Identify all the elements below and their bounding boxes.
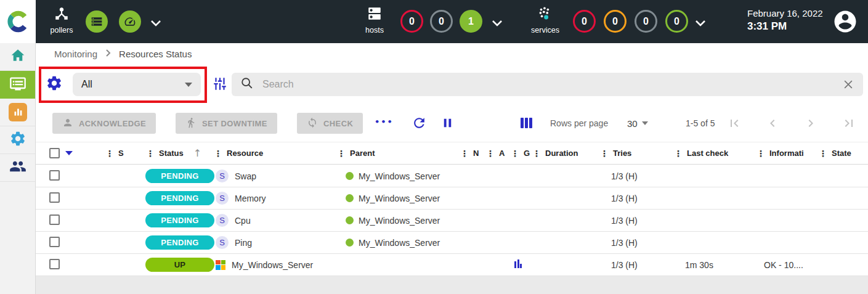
column-header-state[interactable]: ⋮State — [819, 149, 868, 158]
acknowledge-label: ACKNOWLEDGE — [79, 119, 146, 128]
column-header-parent[interactable]: ⋮Parent — [337, 149, 460, 158]
sidebar-item-reporting[interactable] — [0, 99, 35, 126]
services-chevron-down-icon[interactable] — [695, 18, 706, 29]
services-warning-counter[interactable]: 0 — [604, 10, 627, 33]
drag-handle-icon[interactable]: ⋮ — [105, 149, 114, 158]
sidebar — [0, 0, 36, 294]
next-page-icon[interactable] — [803, 116, 818, 131]
filter-dropdown-value: All — [81, 79, 92, 90]
resource-cell[interactable]: SCpu — [214, 214, 337, 227]
parent-cell[interactable]: My_Windows_Server — [337, 216, 460, 226]
resource-cell[interactable]: My_Windows_Server — [214, 260, 337, 270]
row-checkbox[interactable] — [49, 170, 60, 181]
services-critical-counter[interactable]: 0 — [573, 10, 596, 33]
more-actions-button[interactable]: ••• — [375, 117, 394, 126]
table-row[interactable]: PENDING SMemory My_Windows_Server 1/3 (H… — [36, 187, 868, 210]
parent-cell[interactable]: My_Windows_Server — [337, 194, 460, 203]
search-input[interactable] — [262, 79, 834, 90]
refresh-icon[interactable] — [412, 115, 427, 131]
edit-columns-icon[interactable] — [521, 118, 532, 128]
sort-ascending-icon[interactable]: ↑ — [193, 147, 201, 159]
previous-page-icon[interactable] — [765, 116, 780, 131]
resource-name: Memory — [235, 194, 266, 203]
services-ok-counter[interactable]: 0 — [665, 10, 688, 33]
column-header-severity[interactable]: ⋮S — [105, 149, 146, 158]
drag-handle-icon[interactable]: ⋮ — [600, 149, 609, 158]
parent-cell[interactable]: My_Windows_Server — [337, 171, 460, 181]
row-checkbox[interactable] — [49, 214, 60, 225]
sidebar-item-monitoring[interactable] — [0, 71, 35, 99]
hosts-chevron-down-icon[interactable] — [492, 18, 503, 29]
sidebar-item-configuration[interactable] — [0, 126, 35, 154]
select-all-checkbox[interactable] — [49, 148, 60, 158]
last-page-icon[interactable] — [842, 116, 856, 131]
column-header-information[interactable]: ⋮Informati — [756, 149, 819, 158]
centreon-logo[interactable] — [0, 0, 36, 43]
search-field — [232, 73, 863, 96]
breadcrumb-section[interactable]: Monitoring — [54, 49, 97, 59]
services-menu[interactable]: services — [526, 6, 564, 35]
drag-handle-icon[interactable]: ⋮ — [337, 149, 346, 158]
last-check-cell: 1m 30s — [674, 260, 756, 270]
column-header-duration[interactable]: ⋮Duration — [532, 149, 600, 158]
drag-handle-icon[interactable]: ⋮ — [532, 149, 541, 158]
check-button[interactable]: CHECK — [297, 113, 363, 134]
hosts-menu[interactable]: hosts — [357, 6, 392, 35]
drag-handle-icon[interactable]: ⋮ — [214, 149, 222, 158]
centreon-logo-icon — [7, 10, 29, 33]
rows-per-page-label: Rows per page — [550, 105, 608, 142]
filter-dropdown[interactable]: All — [73, 73, 201, 96]
column-header-notes[interactable]: ⋮N — [460, 149, 486, 158]
row-checkbox[interactable] — [49, 192, 60, 203]
table-row[interactable]: PENDING SPing My_Windows_Server 1/3 (H) — [36, 232, 868, 254]
drag-handle-icon[interactable]: ⋮ — [460, 149, 469, 158]
column-header-action[interactable]: ⋮A — [486, 149, 511, 158]
parent-cell[interactable]: My_Windows_Server — [337, 238, 460, 248]
drag-handle-icon[interactable]: ⋮ — [819, 149, 827, 158]
drag-handle-icon[interactable]: ⋮ — [146, 149, 155, 158]
user-avatar[interactable] — [832, 9, 858, 35]
pause-refresh-icon[interactable] — [440, 116, 455, 130]
drag-handle-icon[interactable]: ⋮ — [756, 149, 765, 158]
hosts-up-counter[interactable]: 1 — [460, 10, 482, 33]
sidebar-item-administration[interactable] — [0, 154, 35, 182]
parent-name: My_Windows_Server — [359, 194, 440, 203]
resource-cell[interactable]: SMemory — [214, 192, 337, 205]
hosts-down-counter[interactable]: 0 — [400, 10, 423, 33]
drag-handle-icon[interactable]: ⋮ — [674, 149, 683, 158]
column-header-tries[interactable]: ⋮Tries — [600, 149, 674, 158]
hosts-unreachable-counter[interactable]: 0 — [430, 10, 453, 33]
filter-settings-gear-icon[interactable] — [46, 75, 63, 94]
column-header-resource[interactable]: ⋮Resource — [214, 149, 337, 158]
table-row[interactable]: PENDING SCpu My_Windows_Server 1/3 (H) — [36, 210, 868, 232]
select-all-caret-icon[interactable] — [65, 151, 73, 155]
advanced-filters-tune-icon[interactable] — [212, 76, 228, 94]
sidebar-item-home[interactable] — [0, 43, 35, 71]
table-row[interactable]: PENDING SSwap My_Windows_Server 1/3 (H) — [36, 165, 868, 187]
services-unknown-counter[interactable]: 0 — [635, 10, 657, 33]
pollers-chevron-down-icon[interactable] — [150, 18, 161, 29]
acknowledge-button[interactable]: ACKNOWLEDGE — [52, 113, 156, 134]
performance-graph-icon[interactable] — [514, 259, 522, 268]
resource-cell[interactable]: SPing — [214, 236, 337, 249]
rows-per-page-select[interactable]: 30 — [627, 105, 648, 142]
clock: February 16, 2022 3:31 PM — [747, 8, 823, 33]
column-header-status[interactable]: ⋮Status↑ — [146, 147, 214, 159]
top-status-bar: pollers hosts 0 0 1 — [36, 0, 868, 43]
clear-search-icon[interactable] — [842, 78, 854, 91]
first-page-icon[interactable] — [727, 116, 742, 131]
breadcrumb-page[interactable]: Resources Status — [119, 49, 192, 59]
column-header-last-check[interactable]: ⋮Last check — [674, 149, 756, 158]
drag-handle-icon[interactable]: ⋮ — [511, 149, 519, 158]
drag-handle-icon[interactable]: ⋮ — [486, 149, 495, 158]
row-checkbox[interactable] — [49, 259, 60, 269]
table-row[interactable]: UP My_Windows_Server 1/3 (H) 1m 30s OK -… — [36, 254, 868, 276]
pollers-menu[interactable]: pollers — [43, 6, 80, 35]
set-downtime-button[interactable]: SET DOWNTIME — [176, 113, 277, 134]
parent-name: My_Windows_Server — [359, 216, 440, 226]
row-checkbox[interactable] — [49, 237, 60, 247]
column-header-graph[interactable]: ⋮G — [511, 149, 532, 158]
resource-cell[interactable]: SSwap — [214, 169, 337, 182]
poller-latency-gauge-icon[interactable] — [119, 10, 141, 33]
poller-database-status-icon[interactable] — [86, 10, 108, 33]
